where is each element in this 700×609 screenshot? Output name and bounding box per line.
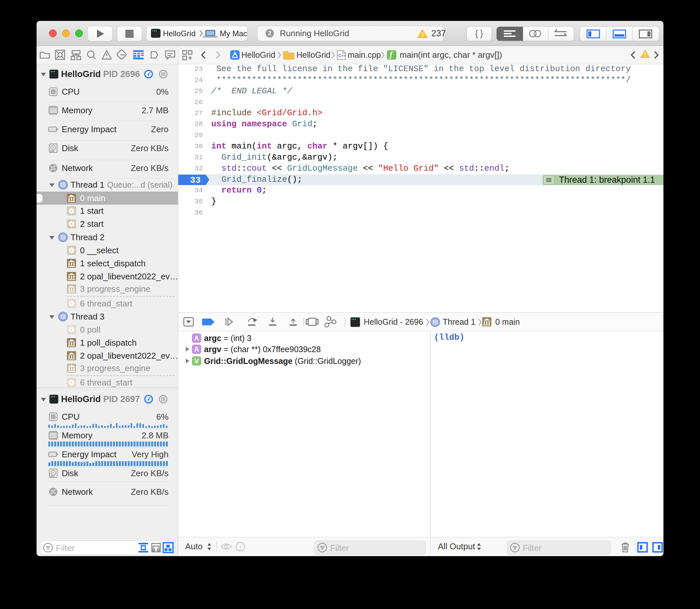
- svg-text:C++: C++: [338, 53, 346, 58]
- svg-text:i: i: [240, 543, 241, 550]
- svg-text:33: 33: [190, 176, 201, 185]
